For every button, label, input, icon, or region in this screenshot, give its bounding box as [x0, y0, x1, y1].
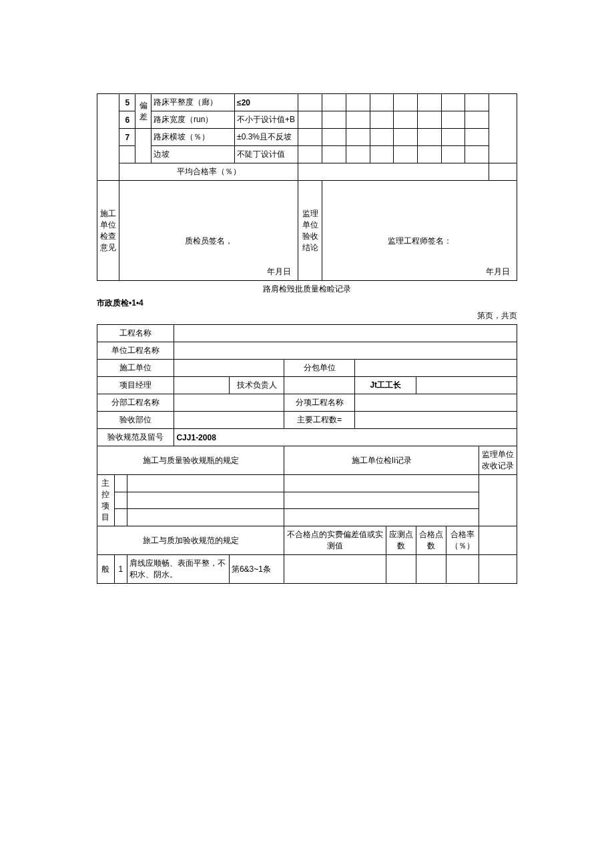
record-title: 路肩检毁批质量检睑记录	[97, 284, 517, 295]
table-row	[97, 509, 517, 526]
deviation-header: 不合格点的实费偏差值或实测值	[284, 526, 386, 555]
supervision-conclusion-label: 监理单位验收结论	[298, 181, 322, 281]
table-row: 7 路床横坡（％） ±0.3%且不反坡	[97, 129, 517, 146]
row-num: 1	[114, 555, 127, 584]
construction-unit-label: 施工单位	[97, 360, 174, 377]
table-row: 单位工程名称	[97, 342, 517, 360]
table-row	[97, 492, 517, 509]
item-spec: 不陡丁设计值	[235, 146, 298, 163]
construction-record-header: 施工单位检Ii记录	[284, 446, 479, 475]
qualified-points-header: 合格点数	[416, 526, 446, 555]
inspection-record-table: 工程名称 单位工程名称 施工单位 分包单位 项目经理 技术负贵人 Jt工工长 分…	[97, 324, 517, 584]
table-row: 5 偏差 路床平整度（廊） ≤20	[97, 94, 517, 111]
supervision-record-header: 监理单位改收记录	[479, 446, 517, 475]
table-row: 验收规范及留号 CJJ1-2008	[97, 429, 517, 446]
header-row: 旅工与质加验收规范的规定 不合格点的实费偏差值或实测值 应测点数 合格点数 合格…	[97, 526, 517, 555]
item-name: 边坡	[151, 146, 234, 163]
table-row: 6 路床宽度（run） 不小于设计值+B	[97, 111, 517, 129]
item-name: 路床宽度（run）	[151, 111, 234, 129]
foreman-label: Jt工工长	[355, 377, 416, 394]
subitem-project-label: 分项工程名称	[284, 394, 355, 412]
project-name-label: 工程名称	[97, 325, 174, 342]
inspector-signature-cell: 质检员签名， 年月日	[119, 181, 298, 281]
standard-number-value: CJJ1-2008	[174, 429, 517, 446]
avg-pass-label: 平均合格率（％）	[119, 163, 298, 181]
supervisor-sign-label: 监理工程师签名：	[388, 236, 452, 247]
general-label: 般	[97, 555, 115, 584]
doc-code: 市政质检•1•4	[97, 298, 517, 309]
page-indicator: 第页，共页	[97, 310, 517, 322]
project-name-value	[174, 325, 517, 342]
table-row: 施工单位 分包单位	[97, 360, 517, 377]
table-row: 般 1 肩线应顺畅、表面平整，不积水、阴水。 第6&3~1条	[97, 555, 517, 584]
quality-spec-header: 施工与质量验收规瓶的规定	[97, 446, 284, 475]
row-group	[97, 94, 119, 181]
acceptance-spec-header: 旅工与质加验收规范的规定	[97, 526, 284, 555]
table-row: 平均合格率（％）	[97, 163, 517, 181]
table-row: 分部工程名称 分项工程名称	[97, 394, 517, 412]
pass-rate-header: 合格率（％）	[446, 526, 479, 555]
unit-project-value	[174, 342, 517, 360]
row-num: 6	[119, 111, 135, 129]
tech-lead-label: 技术负贵人	[229, 377, 284, 394]
deviation-table: 5 偏差 路床平整度（廊） ≤20 6 路床宽度（run） 不小于设计值+B 7…	[97, 93, 517, 281]
table-row: 项目经理 技术负贵人 Jt工工长	[97, 377, 517, 394]
table-row: 工程名称	[97, 325, 517, 342]
main-quantity-label: 主要工程数=	[284, 412, 355, 429]
side-label: 偏差	[135, 94, 151, 129]
item-description: 肩线应顺畅、表面平整，不积水、阴水。	[127, 555, 229, 584]
item-name: 路床平整度（廊）	[151, 94, 234, 111]
unit-project-label: 单位工程名称	[97, 342, 174, 360]
branch-project-label: 分部工程名称	[97, 394, 174, 412]
construction-opinion-label: 施工单位检查意见	[97, 181, 119, 281]
signature-row: 施工单位检查意见 质检员签名， 年月日 监理单位验收结论 监理工程师签名： 年月…	[97, 181, 517, 281]
inspector-date: 年月日	[267, 266, 291, 278]
table-row: 验收部位 主要工程数=	[97, 412, 517, 429]
table-row: 主控项目	[97, 475, 517, 492]
table-row: 边坡 不陡丁设计值	[97, 146, 517, 163]
main-control-label: 主控项目	[97, 475, 115, 526]
inspector-sign-label: 质检员签名，	[185, 236, 233, 247]
row-num	[119, 146, 135, 163]
row-num: 5	[119, 94, 135, 111]
item-spec: 不小于设计值+B	[235, 111, 298, 129]
subcontractor-label: 分包单位	[284, 360, 355, 377]
item-name: 路床横坡（％）	[151, 129, 234, 146]
acceptance-part-label: 验收部位	[97, 412, 174, 429]
item-spec: ≤20	[235, 94, 298, 111]
standard-number-label: 验收规范及留号	[97, 429, 174, 446]
item-spec: ±0.3%且不反坡	[235, 129, 298, 146]
header-row: 施工与质量验收规瓶的规定 施工单位检Ii记录 监理单位改收记录	[97, 446, 517, 475]
clause-ref: 第6&3~1条	[229, 555, 284, 584]
measured-points-header: 应测点数	[386, 526, 416, 555]
row-num: 7	[119, 129, 135, 146]
supervisor-signature-cell: 监理工程师签名： 年月日	[322, 181, 517, 281]
supervisor-date: 年月日	[486, 266, 510, 278]
remark-cell	[489, 94, 517, 163]
project-manager-label: 项目经理	[97, 377, 174, 394]
